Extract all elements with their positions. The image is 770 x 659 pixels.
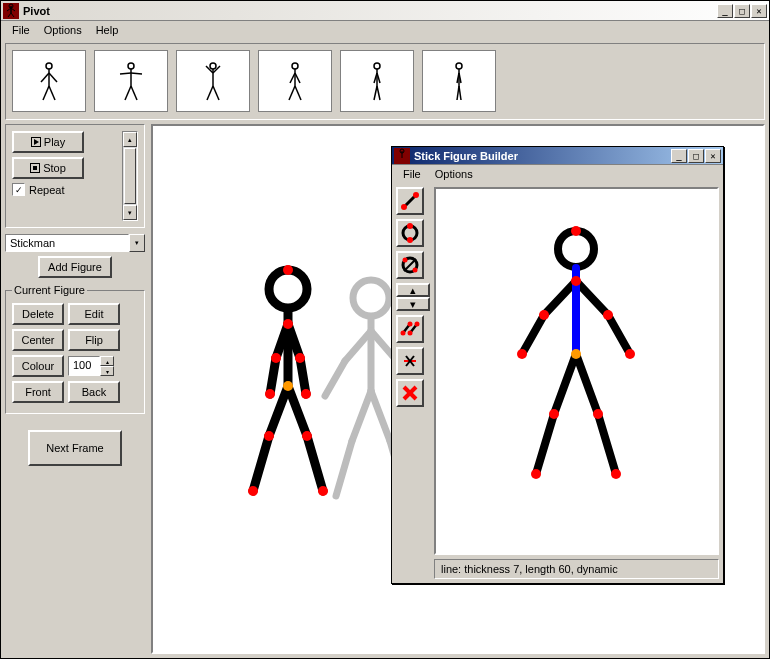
thickness-up-button[interactable]: ▴ — [396, 283, 430, 297]
size-down-button[interactable]: ▾ — [100, 366, 114, 376]
builder-menu-options[interactable]: Options — [428, 166, 480, 182]
builder-minimize-button[interactable]: _ — [671, 149, 687, 163]
svg-line-50 — [336, 441, 352, 496]
size-spinner[interactable]: 100 ▴ ▾ — [68, 356, 114, 376]
static-tool-button[interactable] — [396, 347, 424, 375]
svg-point-79 — [413, 192, 419, 198]
svg-line-105 — [576, 354, 598, 414]
lower-area: Play Stop ✓ Repeat ▴ ▾ — [5, 124, 765, 654]
svg-point-89 — [401, 331, 406, 336]
svg-point-68 — [301, 389, 311, 399]
scroll-down-button[interactable]: ▾ — [123, 205, 137, 220]
repeat-checkbox-row[interactable]: ✓ Repeat — [12, 183, 116, 196]
play-button[interactable]: Play — [12, 131, 84, 153]
svg-line-23 — [207, 86, 213, 100]
builder-window[interactable]: Stick Figure Builder _ □ ✕ File Options — [391, 146, 724, 584]
frame-thumb-5[interactable] — [340, 50, 414, 112]
minimize-button[interactable]: _ — [717, 4, 733, 18]
svg-point-73 — [283, 381, 293, 391]
next-frame-button[interactable]: Next Frame — [28, 430, 121, 466]
svg-line-51 — [371, 391, 390, 441]
svg-line-15 — [120, 73, 131, 74]
play-icon — [31, 137, 41, 147]
svg-line-45 — [345, 331, 371, 361]
builder-close-button[interactable]: ✕ — [705, 149, 721, 163]
svg-line-16 — [131, 73, 142, 74]
delete-tool-button[interactable] — [396, 379, 424, 407]
svg-line-42 — [459, 86, 461, 100]
frame-thumb-4[interactable] — [258, 50, 332, 112]
builder-menubar: File Options — [392, 165, 723, 183]
svg-line-24 — [213, 86, 219, 100]
line-tool-button[interactable] — [396, 187, 424, 215]
svg-point-37 — [456, 63, 462, 69]
stop-button[interactable]: Stop — [12, 157, 84, 179]
menu-help[interactable]: Help — [89, 22, 126, 38]
scroll-thumb[interactable] — [124, 148, 136, 204]
svg-point-110 — [539, 310, 549, 320]
center-button[interactable]: Center — [12, 329, 64, 351]
back-button[interactable]: Back — [68, 381, 120, 403]
svg-point-111 — [517, 349, 527, 359]
playback-group: Play Stop ✓ Repeat ▴ ▾ — [5, 124, 145, 228]
svg-line-60 — [253, 436, 269, 491]
svg-line-36 — [377, 86, 380, 100]
svg-point-70 — [248, 486, 258, 496]
menu-options[interactable]: Options — [37, 22, 89, 38]
builder-titlebar[interactable]: Stick Figure Builder _ □ ✕ — [392, 147, 723, 165]
main-canvas[interactable]: Stick Figure Builder _ □ ✕ File Options — [151, 124, 765, 654]
window-title: Pivot — [21, 5, 717, 17]
duplicate-tool-button[interactable] — [396, 315, 424, 343]
builder-maximize-button[interactable]: □ — [688, 149, 704, 163]
toggle-tool-button[interactable] — [396, 251, 424, 279]
colour-button[interactable]: Colour — [12, 355, 64, 377]
builder-title: Stick Figure Builder — [412, 150, 671, 162]
figure-dropdown-button[interactable]: ▾ — [129, 234, 145, 252]
content: Play Stop ✓ Repeat ▴ ▾ — [1, 39, 769, 658]
close-button[interactable]: ✕ — [751, 4, 767, 18]
svg-point-113 — [625, 349, 635, 359]
svg-line-104 — [536, 414, 554, 474]
menu-file[interactable]: File — [5, 22, 37, 38]
builder-body: ▴ ▾ — [392, 183, 723, 583]
circle-tool-button[interactable] — [396, 219, 424, 247]
svg-point-81 — [407, 223, 413, 229]
edit-button[interactable]: Edit — [68, 303, 120, 325]
maximize-button[interactable]: □ — [734, 4, 750, 18]
svg-point-71 — [302, 431, 312, 441]
figure-dropdown[interactable]: Stickman ▾ — [5, 234, 145, 252]
frame-thumb-3[interactable] — [176, 50, 250, 112]
svg-line-56 — [270, 358, 276, 394]
svg-line-102 — [608, 315, 630, 354]
frame-thumb-1[interactable] — [12, 50, 86, 112]
left-panel: Play Stop ✓ Repeat ▴ ▾ — [5, 124, 145, 654]
add-figure-button[interactable]: Add Figure — [38, 256, 112, 278]
size-up-button[interactable]: ▴ — [100, 356, 114, 366]
builder-canvas[interactable] — [434, 187, 719, 555]
svg-point-98 — [558, 231, 594, 267]
thickness-down-button[interactable]: ▾ — [396, 297, 430, 311]
svg-line-18 — [131, 86, 137, 100]
size-value[interactable]: 100 — [68, 356, 100, 376]
svg-point-25 — [292, 63, 298, 69]
menubar: File Options Help — [1, 21, 769, 39]
repeat-checkbox[interactable]: ✓ — [12, 183, 25, 196]
svg-point-118 — [571, 349, 581, 359]
svg-point-109 — [571, 276, 581, 286]
svg-point-7 — [46, 63, 52, 69]
svg-line-99 — [544, 281, 576, 315]
frame-thumb-6[interactable] — [422, 50, 496, 112]
scroll-up-button[interactable]: ▴ — [123, 132, 137, 147]
builder-menu-file[interactable]: File — [396, 166, 428, 182]
flip-button[interactable]: Flip — [68, 329, 120, 351]
repeat-label: Repeat — [29, 184, 64, 196]
svg-point-91 — [408, 331, 413, 336]
svg-line-11 — [43, 86, 49, 100]
figure-select-row: Stickman ▾ Add Figure — [5, 234, 145, 278]
delete-button[interactable]: Delete — [12, 303, 64, 325]
front-button[interactable]: Front — [12, 381, 64, 403]
svg-line-49 — [352, 391, 371, 441]
speed-scrollbar[interactable]: ▴ ▾ — [122, 131, 138, 221]
frame-thumb-2[interactable] — [94, 50, 168, 112]
svg-line-9 — [41, 73, 49, 82]
